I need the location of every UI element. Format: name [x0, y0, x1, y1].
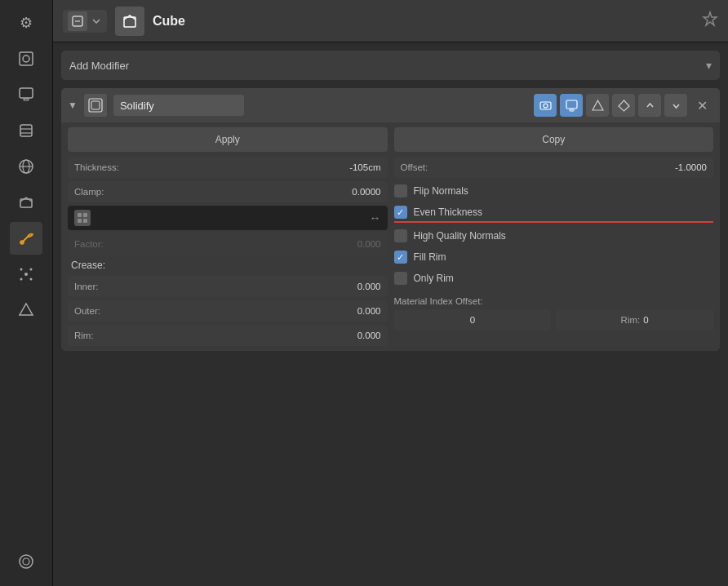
move-up-icon[interactable] — [638, 94, 661, 117]
crease-label: Crease: — [71, 258, 105, 273]
svg-point-15 — [20, 278, 23, 281]
left-fields: Thickness: -105cm Clamp: 0.0000 — [68, 157, 388, 346]
modifier-type-icon — [84, 94, 107, 117]
sidebar-icon-physics[interactable] — [10, 294, 42, 326]
edit-mode-icon[interactable] — [586, 94, 609, 117]
vertex-group-icon — [74, 210, 91, 226]
svg-rect-0 — [20, 52, 33, 65]
rim-field[interactable]: Rim: 0.000 — [68, 325, 388, 346]
svg-marker-17 — [20, 304, 33, 315]
svg-rect-34 — [83, 219, 87, 223]
display-icon[interactable] — [560, 94, 583, 117]
main-content: Cube Add Modifier ▾ ▼ — [53, 0, 728, 586]
svg-marker-29 — [593, 100, 603, 110]
sidebar-icon-modifier[interactable] — [10, 222, 42, 255]
sidebar-icon-output[interactable] — [10, 78, 42, 111]
left-sidebar: ⚙ — [0, 0, 53, 586]
fields-area: Thickness: -105cm Clamp: 0.0000 — [61, 157, 720, 351]
svg-rect-31 — [78, 213, 82, 217]
close-modifier-icon[interactable]: ✕ — [690, 94, 713, 117]
svg-rect-32 — [83, 213, 87, 217]
modifier-header-icons: ✕ — [534, 94, 713, 117]
fill-rim-checkbox[interactable]: ✓ — [394, 251, 407, 264]
svg-point-13 — [20, 269, 23, 271]
modifier-block: ▼ — [61, 88, 720, 351]
inner-value: 0.000 — [357, 282, 381, 291]
mat-rim-value: 0 — [643, 315, 648, 325]
even-thickness-row[interactable]: ✓ Even Thickness — [394, 204, 714, 223]
factor-field[interactable]: Factor: 0.000 — [68, 233, 388, 255]
thickness-label: Thickness: — [74, 162, 349, 172]
offset-value: -1.0000 — [675, 162, 707, 172]
only-rim-checkbox[interactable] — [394, 272, 407, 285]
mat-offset-row: 0 Rim: 0 — [394, 309, 714, 331]
move-down-icon[interactable] — [664, 94, 687, 117]
header-title: Cube — [153, 14, 185, 29]
filter-icon[interactable] — [612, 94, 635, 117]
sidebar-icon-scene-data[interactable] — [10, 114, 42, 147]
header-dropdown[interactable] — [63, 10, 107, 33]
header-object-icon — [115, 7, 144, 36]
svg-rect-4 — [20, 125, 32, 136]
svg-point-16 — [30, 278, 33, 281]
add-modifier-button[interactable]: Add Modifier ▾ — [61, 51, 720, 80]
fill-rim-check-icon: ✓ — [397, 252, 404, 263]
copy-button[interactable]: Copy — [394, 127, 714, 152]
mat-rim-field[interactable]: Rim: 0 — [556, 309, 713, 331]
svg-rect-23 — [89, 99, 102, 112]
svg-rect-27 — [566, 100, 577, 109]
outer-label: Outer: — [74, 306, 357, 316]
sidebar-icon-particles[interactable] — [10, 258, 42, 291]
fill-rim-label: Fill Rim — [414, 251, 446, 263]
svg-point-1 — [23, 55, 29, 62]
flip-normals-label: Flip Normals — [414, 185, 468, 197]
vertex-group-arrows-icon[interactable]: ↔ — [370, 211, 381, 224]
sidebar-icon-world[interactable] — [10, 150, 42, 183]
svg-rect-3 — [24, 99, 29, 100]
svg-marker-30 — [619, 100, 629, 111]
only-rim-row[interactable]: Only Rim — [394, 270, 714, 286]
header-pin-icon[interactable] — [702, 11, 718, 31]
flip-normals-row[interactable]: Flip Normals — [394, 183, 714, 199]
fill-rim-row[interactable]: ✓ Fill Rim — [394, 249, 714, 265]
mat-offset-value[interactable]: 0 — [394, 309, 552, 331]
header: Cube — [53, 0, 728, 42]
apply-button[interactable]: Apply — [68, 127, 388, 152]
svg-point-14 — [30, 269, 33, 271]
offset-field[interactable]: Offset: -1.0000 — [394, 157, 714, 178]
outer-field[interactable]: Outer: 0.000 — [68, 300, 388, 322]
high-quality-normals-checkbox[interactable] — [394, 229, 407, 242]
sidebar-icon-scene[interactable]: ⚙ — [10, 7, 42, 39]
crease-header: Crease: — [68, 258, 388, 273]
check-icon: ✓ — [397, 207, 404, 218]
sidebar-icon-render[interactable] — [10, 42, 42, 75]
modifier-name-input[interactable] — [113, 95, 244, 116]
outer-value: 0.000 — [357, 306, 381, 316]
sidebar-icon-object[interactable] — [10, 186, 42, 219]
only-rim-label: Only Rim — [414, 273, 454, 284]
render-camera-icon[interactable] — [534, 94, 557, 117]
material-index-section: Material Index Offset: 0 Rim: 0 — [394, 296, 714, 331]
svg-rect-2 — [20, 88, 33, 98]
modifier-header: ▼ — [61, 88, 720, 122]
apply-copy-row: Apply Copy — [61, 122, 720, 157]
svg-point-12 — [24, 273, 28, 276]
clamp-field[interactable]: Clamp: 0.0000 — [68, 181, 388, 202]
flip-normals-checkbox[interactable] — [394, 184, 407, 198]
panel: Add Modifier ▾ ▼ — [53, 42, 728, 586]
factor-value: 0.000 — [357, 239, 381, 249]
svg-rect-28 — [570, 109, 574, 111]
even-thickness-checkbox[interactable]: ✓ — [394, 206, 407, 219]
add-modifier-label: Add Modifier — [69, 60, 706, 72]
collapse-arrow-icon[interactable]: ▼ — [68, 100, 78, 111]
svg-point-18 — [20, 555, 33, 568]
inner-field[interactable]: Inner: 0.000 — [68, 276, 388, 297]
thickness-field[interactable]: Thickness: -105cm — [68, 157, 388, 178]
high-quality-normals-row[interactable]: High Quality Normals — [394, 228, 714, 244]
vertex-group-row[interactable]: ↔ — [68, 206, 388, 230]
sidebar-icon-filter[interactable] — [10, 545, 42, 578]
mat-rim-label: Rim: — [621, 315, 641, 325]
svg-rect-33 — [78, 219, 82, 223]
high-quality-normals-label: High Quality Normals — [414, 230, 506, 242]
clamp-value: 0.0000 — [352, 187, 380, 197]
